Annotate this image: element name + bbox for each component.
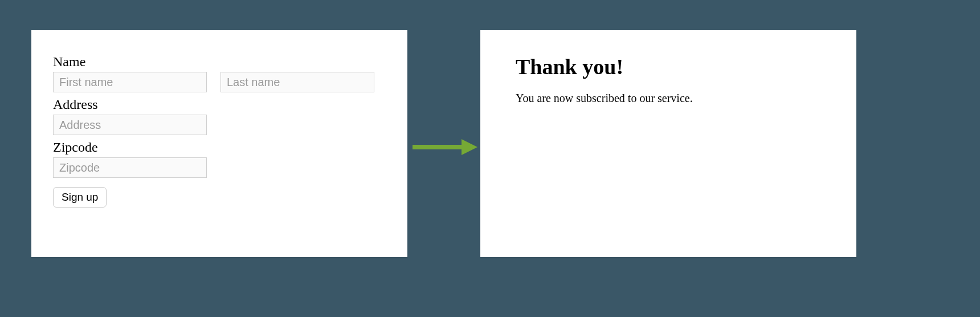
signup-button[interactable]: Sign up (53, 187, 107, 208)
name-label: Name (53, 54, 386, 70)
thankyou-title: Thank you! (516, 54, 821, 79)
zipcode-label: Zipcode (53, 140, 386, 155)
last-name-input[interactable] (220, 72, 374, 92)
address-input-row (53, 115, 386, 135)
address-label: Address (53, 97, 386, 112)
address-input[interactable] (53, 115, 207, 135)
zipcode-input-row (53, 157, 386, 178)
zipcode-input[interactable] (53, 157, 207, 178)
first-name-input[interactable] (53, 72, 207, 92)
arrow-right-icon (410, 136, 479, 158)
thankyou-body: You are now subscribed to our service. (516, 92, 821, 105)
signup-form-panel: Name Address Zipcode Sign up (31, 30, 407, 257)
svg-marker-1 (462, 139, 477, 155)
name-input-row (53, 72, 386, 92)
confirmation-panel: Thank you! You are now subscribed to our… (480, 30, 856, 257)
